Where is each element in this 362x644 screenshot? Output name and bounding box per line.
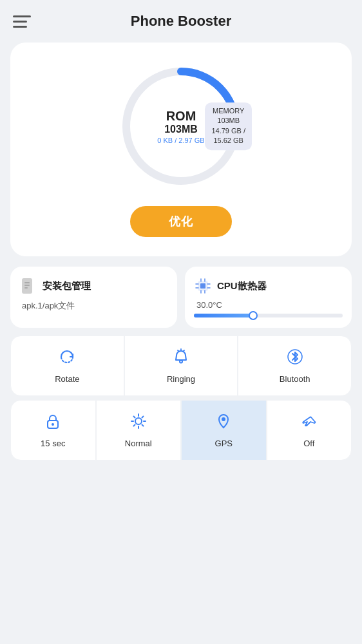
package-manager-subtitle: apk.1/apk文件 bbox=[22, 300, 168, 312]
rotate-label: Rotate bbox=[55, 374, 79, 384]
cpu-cooler-card[interactable]: CPU散热器 30.0°C bbox=[185, 267, 352, 328]
menu-button[interactable] bbox=[13, 15, 31, 28]
off-label: Off bbox=[303, 439, 314, 448]
rotate-icon bbox=[58, 348, 76, 370]
info-cards-row: 安装包管理 apk.1/apk文件 CPU散热器 bbox=[10, 267, 352, 328]
15sec-label: 15 sec bbox=[41, 439, 65, 448]
sun-icon bbox=[129, 412, 148, 435]
toggle-ringing[interactable]: Ringing bbox=[124, 336, 238, 396]
cpu-temp-bar-fill bbox=[194, 314, 253, 317]
airplane-icon bbox=[300, 412, 318, 435]
package-manager-header: 安装包管理 bbox=[19, 277, 168, 295]
normal-label: Normal bbox=[125, 439, 152, 448]
cpu-cooler-title: CPU散热器 bbox=[217, 280, 267, 292]
cpu-temperature: 30.0°C bbox=[196, 300, 343, 310]
rom-label: ROM bbox=[157, 109, 204, 124]
package-manager-title: 安装包管理 bbox=[43, 280, 91, 292]
svg-rect-7 bbox=[200, 283, 205, 289]
cpu-temp-bar bbox=[194, 314, 343, 317]
svg-point-16 bbox=[180, 361, 182, 363]
rom-card: ROM 103MB 0 KB / 2.97 GB MEMORY 103MB 14… bbox=[10, 43, 352, 256]
optimize-button[interactable]: 优化 bbox=[130, 206, 232, 237]
rom-tooltip: MEMORY 103MB 14.79 GB / 15.62 GB bbox=[205, 102, 252, 150]
file-icon bbox=[19, 277, 37, 295]
rom-center-info: ROM 103MB 0 KB / 2.97 GB bbox=[157, 109, 204, 144]
svg-line-28 bbox=[133, 417, 135, 418]
svg-point-32 bbox=[222, 417, 225, 421]
rom-detail: 0 KB / 2.97 GB bbox=[157, 137, 204, 144]
lock-icon bbox=[44, 412, 62, 435]
gps-label: GPS bbox=[215, 439, 233, 448]
svg-rect-3 bbox=[24, 282, 30, 283]
rom-value: 103MB bbox=[157, 124, 204, 135]
svg-line-29 bbox=[142, 425, 143, 426]
cpu-cooler-header: CPU散热器 bbox=[194, 277, 343, 295]
toggle-15sec[interactable]: 15 sec bbox=[10, 400, 96, 460]
toggles-section: Rotate Ringing Bl bbox=[10, 336, 352, 460]
page-title: Phone Booster bbox=[131, 13, 231, 30]
gps-icon bbox=[214, 412, 233, 435]
blutooth-label: Blutooth bbox=[280, 374, 310, 384]
toggle-blutooth[interactable]: Blutooth bbox=[238, 336, 352, 396]
svg-point-23 bbox=[135, 418, 142, 424]
toggles-row-1: Rotate Ringing Bl bbox=[10, 336, 352, 396]
svg-rect-5 bbox=[24, 287, 28, 289]
toggle-gps[interactable]: GPS bbox=[181, 400, 267, 460]
cpu-temp-bar-dot bbox=[249, 311, 258, 320]
svg-line-31 bbox=[133, 425, 135, 426]
svg-line-30 bbox=[142, 417, 143, 418]
toggle-normal[interactable]: Normal bbox=[96, 400, 182, 460]
cpu-icon bbox=[194, 277, 212, 295]
app-header: Phone Booster bbox=[0, 0, 362, 36]
svg-rect-4 bbox=[24, 285, 30, 286]
ringing-icon bbox=[172, 348, 190, 370]
package-manager-card[interactable]: 安装包管理 apk.1/apk文件 bbox=[10, 267, 177, 328]
blutooth-icon bbox=[286, 348, 304, 370]
svg-point-22 bbox=[52, 423, 54, 426]
toggles-row-2: 15 sec Normal bbox=[10, 400, 352, 460]
ringing-label: Ringing bbox=[167, 374, 195, 384]
toggle-off[interactable]: Off bbox=[267, 400, 352, 460]
toggle-rotate[interactable]: Rotate bbox=[10, 336, 124, 396]
rom-progress-circle: ROM 103MB 0 KB / 2.97 GB MEMORY 103MB 14… bbox=[117, 62, 245, 191]
